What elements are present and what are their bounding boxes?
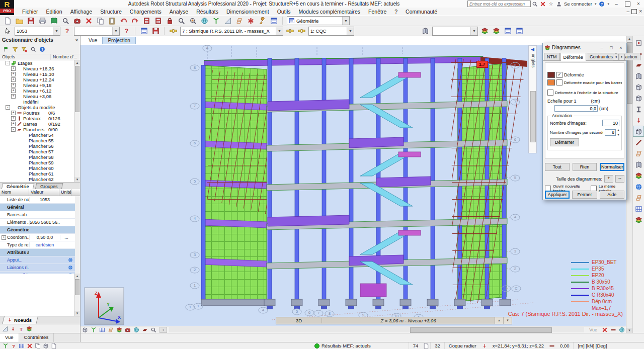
tree-item[interactable]: Plancher 60 [0, 165, 75, 171]
mdi-close-icon[interactable]: × [639, 9, 642, 14]
diagram-size-increase-button[interactable]: + [604, 175, 613, 183]
copy-icon[interactable] [95, 16, 106, 26]
expand-icon[interactable] [17, 144, 21, 148]
text-labels-icon[interactable] [18, 326, 24, 332]
frames-input[interactable] [602, 120, 619, 126]
meshing-icon[interactable] [633, 192, 644, 203]
expand-icon[interactable]: + [11, 72, 16, 76]
rotation-3d-icon[interactable] [199, 16, 210, 26]
load-case-combo[interactable]: 7 : Sismique R.P.S. 2011 Dir. - masses_X… [180, 27, 283, 36]
tree-item[interactable]: Plancher 55 [0, 138, 75, 143]
sheet-icon[interactable] [50, 343, 58, 349]
tabs-scroll-left-icon[interactable]: ◄ [613, 54, 619, 60]
property-row[interactable]: Attributs additionnels [0, 249, 75, 256]
tab-contraintes[interactable]: Contraintes [19, 333, 54, 342]
load-definition-icon[interactable] [633, 170, 644, 181]
tree-item[interactable]: Plancher 59 [0, 160, 75, 165]
open-project-icon[interactable] [14, 16, 25, 26]
property-row[interactable]: Général [0, 204, 75, 211]
menu-item[interactable]: Communauté [401, 9, 441, 15]
expand-icon[interactable] [17, 166, 21, 170]
diagram-size-decrease-button[interactable]: -- [615, 175, 624, 183]
properties-scrollbar[interactable]: ▲ ▼ [74, 274, 80, 316]
dialog-title-bar[interactable]: Diagrammes – □ × [543, 43, 626, 52]
close-dialog-button[interactable]: Fermer [572, 191, 597, 199]
none-button[interactable]: Rien [573, 163, 597, 171]
expand-icon[interactable]: + [11, 83, 16, 88]
menu-item[interactable]: Modules complémentaires [294, 9, 364, 15]
layers-icon[interactable] [26, 326, 32, 332]
grid-snap-icon[interactable] [18, 343, 26, 349]
story-lock-icon[interactable] [502, 26, 514, 36]
view-mode-label[interactable]: 3D [276, 318, 322, 323]
dialog-tab[interactable]: Contraintes [587, 53, 616, 60]
tree-item[interactable]: Plancher 62 [0, 177, 75, 182]
model-name[interactable]: Coque radier [444, 342, 480, 349]
calculations-icon[interactable] [141, 16, 152, 26]
tree-item[interactable]: + Niveau +18,36 [0, 66, 75, 71]
panels-icon[interactable] [633, 59, 644, 70]
expand-icon[interactable] [17, 171, 21, 176]
expand-icon[interactable]: + [11, 111, 16, 115]
maximize-button[interactable] [622, 1, 633, 7]
sections-icon[interactable] [633, 104, 644, 115]
tables-icon[interactable] [633, 203, 644, 214]
level-up-icon[interactable]: ▲ [495, 317, 503, 324]
node-selection-combo[interactable]: 1053▼ [15, 27, 60, 36]
tree-item[interactable]: Plancher 54 [0, 132, 75, 138]
menu-item[interactable]: Outils [273, 9, 295, 15]
all-button[interactable]: Tout [545, 163, 570, 171]
claddings-icon[interactable] [633, 148, 644, 159]
tree-item[interactable]: - Objets du modèle [0, 105, 75, 110]
tree-item[interactable]: + Poutres 0/6 [0, 110, 75, 116]
node-inquiry-icon[interactable] [61, 26, 73, 36]
section-view-icon[interactable] [140, 327, 149, 333]
help-icon[interactable] [598, 1, 606, 7]
print-composition-icon[interactable] [48, 16, 60, 26]
expand-icon[interactable]: - [6, 61, 10, 65]
dialog-tab[interactable]: Déformée [560, 53, 587, 61]
exchange-apps-icon[interactable] [539, 1, 547, 7]
onglets-strip[interactable]: ◀ onglets [528, 45, 537, 153]
dialog-minimize-icon[interactable]: – [598, 45, 606, 50]
sheet-format-icon[interactable] [422, 343, 430, 349]
volumes-icon[interactable] [633, 81, 644, 93]
nodes-icon[interactable] [633, 37, 644, 48]
tree-item[interactable]: Indéfini [0, 99, 75, 105]
property-row[interactable]: Barres ab... [0, 211, 75, 219]
stories-select-icon[interactable] [420, 26, 431, 36]
menu-item[interactable]: Dimensionnement [222, 9, 273, 15]
start-animation-button[interactable]: Démarrer [550, 138, 579, 146]
help-button[interactable]: Aide [600, 191, 624, 199]
print-preview-icon[interactable] [60, 16, 71, 26]
iso-view-icon[interactable] [42, 343, 50, 349]
globe-view-icon[interactable] [132, 327, 140, 333]
menu-item[interactable]: Chargements [126, 9, 166, 15]
goto-object-icon[interactable] [3, 46, 9, 52]
zoom-icon[interactable] [176, 16, 187, 26]
stories-icon[interactable] [633, 159, 644, 170]
combination-combo[interactable]: 1: CQC▼ [308, 27, 354, 36]
case-previous-icon[interactable] [284, 26, 296, 36]
sign-in-button[interactable]: Se connecter [564, 1, 592, 7]
units-label[interactable]: [m] [kN] [Deg] [573, 342, 611, 349]
snapshot-icon[interactable] [123, 327, 132, 333]
print-icon[interactable] [37, 16, 48, 26]
view-corner-tab[interactable]: Vue [586, 327, 600, 332]
user-icon[interactable] [555, 1, 563, 7]
structure-scale-checkbox[interactable] [547, 90, 553, 96]
menu-item[interactable]: Fenêtre [364, 9, 390, 15]
tab-vue[interactable]: Vue [0, 333, 19, 342]
dialog-close-icon[interactable]: × [617, 45, 625, 50]
axis-definition-icon[interactable] [2, 326, 8, 332]
render-mode-icon[interactable] [115, 327, 123, 333]
bar-inquiry-icon[interactable] [121, 26, 132, 36]
view-pan-icon[interactable] [609, 327, 617, 333]
expand-icon[interactable] [11, 100, 16, 104]
tree-item[interactable]: + Niveau +15,30 [0, 71, 75, 77]
filter-icon[interactable] [12, 46, 18, 52]
supports-icon[interactable] [633, 115, 644, 126]
panel-close-icon[interactable]: × [75, 38, 78, 43]
expand-icon[interactable] [17, 177, 21, 182]
app-logo[interactable]: R PRO [0, 0, 14, 15]
